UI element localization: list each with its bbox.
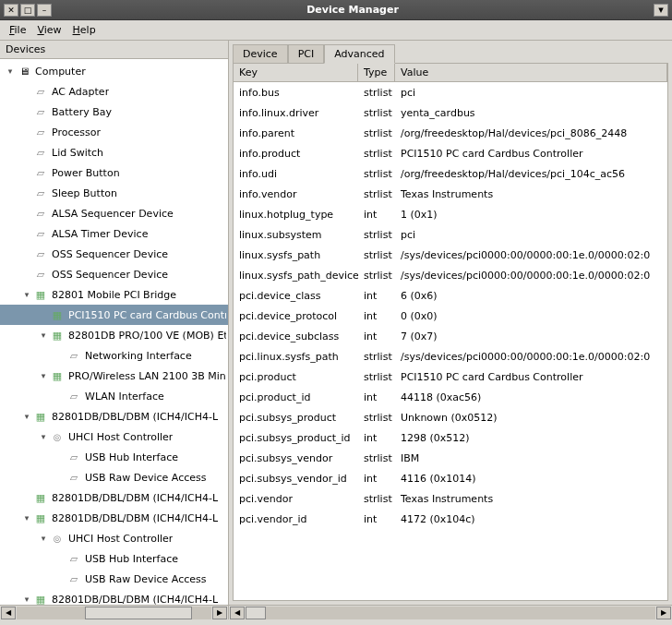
properties-table-body[interactable]: info.busstrlistpciinfo.linux.driverstrli… xyxy=(234,82,667,600)
tree-row[interactable]: Battery Bay xyxy=(0,102,228,122)
expand-toggle-icon[interactable]: ▾ xyxy=(20,290,33,299)
tab-device[interactable]: Device xyxy=(233,44,288,63)
column-header-type[interactable]: Type xyxy=(358,64,395,81)
cell-type: strlist xyxy=(358,186,395,202)
menu-help[interactable]: Help xyxy=(67,22,102,38)
usb-icon xyxy=(50,430,65,443)
table-row[interactable]: pci.vendorstrlistTexas Instruments xyxy=(234,488,667,509)
expand-toggle-icon[interactable]: ▾ xyxy=(37,331,50,340)
table-row[interactable]: pci.subsys_product_idint1298 (0x512) xyxy=(234,427,667,448)
tree-row[interactable]: ▾UHCI Host Controller xyxy=(0,427,228,447)
chip-icon xyxy=(50,308,65,321)
table-row[interactable]: linux.sysfs_pathstrlist/sys/devices/pci0… xyxy=(234,245,667,265)
table-row[interactable]: pci.productstrlistPCI1510 PC card Cardbu… xyxy=(234,367,667,387)
tree-row[interactable]: OSS Sequencer Device xyxy=(0,244,228,264)
cell-key: linux.sysfs_path xyxy=(234,247,358,263)
scroll-right-icon[interactable]: ▶ xyxy=(656,607,671,619)
tree-row[interactable]: Networking Interface xyxy=(0,345,228,366)
cell-key: pci.device_class xyxy=(234,288,358,304)
expand-toggle-icon[interactable]: ▾ xyxy=(20,595,33,604)
expand-toggle-icon[interactable]: ▾ xyxy=(37,371,50,380)
device-icon xyxy=(66,471,81,484)
cell-value: 4116 (0x1014) xyxy=(395,471,667,487)
tree-row[interactable]: ▾82801 Mobile PCI Bridge xyxy=(0,284,228,305)
table-row[interactable]: linux.subsystemstrlistpci xyxy=(234,224,667,245)
cell-type: strlist xyxy=(358,166,395,182)
tree-horizontal-scrollbar[interactable]: ◀ ▶ xyxy=(0,605,229,619)
table-horizontal-scrollbar[interactable]: ◀ ▶ xyxy=(229,605,672,619)
table-row[interactable]: info.vendorstrlistTexas Instruments xyxy=(234,184,667,204)
tree-row[interactable]: ▾82801DB PRO/100 VE (MOB) Et xyxy=(0,325,228,345)
cell-type: int xyxy=(358,511,395,527)
tree-row[interactable]: Lid Switch xyxy=(0,142,228,162)
expand-toggle-icon[interactable]: ▾ xyxy=(20,513,33,523)
tab-advanced[interactable]: Advanced xyxy=(324,44,394,64)
tree-row[interactable]: OSS Sequencer Device xyxy=(0,264,228,284)
column-header-value[interactable]: Value xyxy=(395,64,667,81)
chip-icon xyxy=(33,593,48,605)
tree-row[interactable]: USB Hub Interface xyxy=(0,447,228,467)
tree-item-label: 82801DB/DBL/DBM (ICH4/ICH4-L xyxy=(52,411,218,423)
expand-toggle-icon[interactable]: ▾ xyxy=(37,432,50,441)
cell-key: pci.subsys_vendor_id xyxy=(234,471,358,487)
tree-row[interactable]: PCI1510 PC card Cardbus Contr xyxy=(0,305,228,325)
column-header-key[interactable]: Key xyxy=(234,64,358,81)
window-close-button[interactable]: ✕ xyxy=(4,4,18,17)
table-row[interactable]: linux.hotplug_typeint1 (0x1) xyxy=(234,204,667,224)
device-tree[interactable]: ▾ComputerAC AdapterBattery BayProcessorL… xyxy=(0,59,228,605)
tree-item-label: 82801DB/DBL/DBM (ICH4/ICH4-L xyxy=(52,492,218,504)
tree-row[interactable]: ▾UHCI Host Controller xyxy=(0,528,228,548)
table-row[interactable]: info.linux.driverstrlistyenta_cardbus xyxy=(234,102,667,123)
window-maximize-button[interactable]: □ xyxy=(20,4,35,17)
table-row[interactable]: pci.subsys_vendorstrlistIBM xyxy=(234,448,667,468)
tree-item-label: PRO/Wireless LAN 2100 3B Min xyxy=(68,370,226,382)
table-row[interactable]: info.busstrlistpci xyxy=(234,82,667,102)
table-row[interactable]: pci.subsys_productstrlistUnknown (0x0512… xyxy=(234,407,667,427)
tree-row[interactable]: AC Adapter xyxy=(0,81,228,102)
cell-value: PCI1510 PC card Cardbus Controller xyxy=(395,146,667,162)
tree-row[interactable]: USB Hub Interface xyxy=(0,548,228,569)
expand-toggle-icon[interactable]: ▾ xyxy=(4,66,17,76)
tree-row[interactable]: ALSA Sequencer Device xyxy=(0,203,228,223)
tree-row[interactable]: ▾82801DB/DBL/DBM (ICH4/ICH4-L xyxy=(0,508,228,528)
tree-row[interactable]: ▾PRO/Wireless LAN 2100 3B Min xyxy=(0,366,228,386)
tree-row[interactable]: Sleep Button xyxy=(0,183,228,203)
menu-view[interactable]: View xyxy=(31,22,66,38)
table-row[interactable]: pci.product_idint44118 (0xac56) xyxy=(234,387,667,407)
tree-row[interactable]: USB Raw Device Access xyxy=(0,569,228,589)
table-row[interactable]: pci.vendor_idint4172 (0x104c) xyxy=(234,509,667,529)
table-row[interactable]: info.parentstrlist/org/freedesktop/Hal/d… xyxy=(234,123,667,143)
window-minimize-button[interactable]: – xyxy=(37,4,52,17)
table-row[interactable]: pci.subsys_vendor_idint4116 (0x1014) xyxy=(234,468,667,488)
table-row[interactable]: info.productstrlistPCI1510 PC card Cardb… xyxy=(234,143,667,163)
window-menu-button[interactable]: ▾ xyxy=(654,4,668,17)
computer-icon xyxy=(17,65,31,78)
tree-item-label: Power Button xyxy=(52,167,120,179)
tree-row[interactable]: 82801DB/DBL/DBM (ICH4/ICH4-L xyxy=(0,487,228,508)
tree-row[interactable]: USB Raw Device Access xyxy=(0,467,228,487)
cell-key: info.product xyxy=(234,146,358,162)
menu-file[interactable]: File xyxy=(4,22,31,38)
scroll-left-icon[interactable]: ◀ xyxy=(230,607,245,619)
expand-toggle-icon[interactable]: ▾ xyxy=(37,534,50,543)
tree-row[interactable]: Power Button xyxy=(0,162,228,183)
table-row[interactable]: linux.sysfs_path_devicestrlist/sys/devic… xyxy=(234,265,667,285)
cell-value: /sys/devices/pci0000:00/0000:00:1e.0/000… xyxy=(395,268,667,283)
tree-row[interactable]: WLAN Interface xyxy=(0,386,228,406)
scroll-left-icon[interactable]: ◀ xyxy=(1,607,16,619)
table-row[interactable]: pci.device_classint6 (0x6) xyxy=(234,285,667,306)
tab-pci[interactable]: PCI xyxy=(288,44,325,63)
scroll-right-icon[interactable]: ▶ xyxy=(212,607,227,619)
table-row[interactable]: pci.device_subclassint7 (0x7) xyxy=(234,326,667,346)
tree-row[interactable]: ▾82801DB/DBL/DBM (ICH4/ICH4-L xyxy=(0,589,228,605)
tree-row[interactable]: ALSA Timer Device xyxy=(0,223,228,244)
tree-row[interactable]: ▾Computer xyxy=(0,61,228,81)
table-row[interactable]: info.udistrlist/org/freedesktop/Hal/devi… xyxy=(234,163,667,184)
tree-row[interactable]: Processor xyxy=(0,122,228,142)
cell-key: pci.product_id xyxy=(234,390,358,405)
expand-toggle-icon[interactable]: ▾ xyxy=(20,412,33,421)
table-row[interactable]: pci.device_protocolint0 (0x0) xyxy=(234,306,667,326)
cell-value: 1 (0x1) xyxy=(395,207,667,222)
table-row[interactable]: pci.linux.sysfs_pathstrlist/sys/devices/… xyxy=(234,346,667,367)
tree-row[interactable]: ▾82801DB/DBL/DBM (ICH4/ICH4-L xyxy=(0,406,228,427)
